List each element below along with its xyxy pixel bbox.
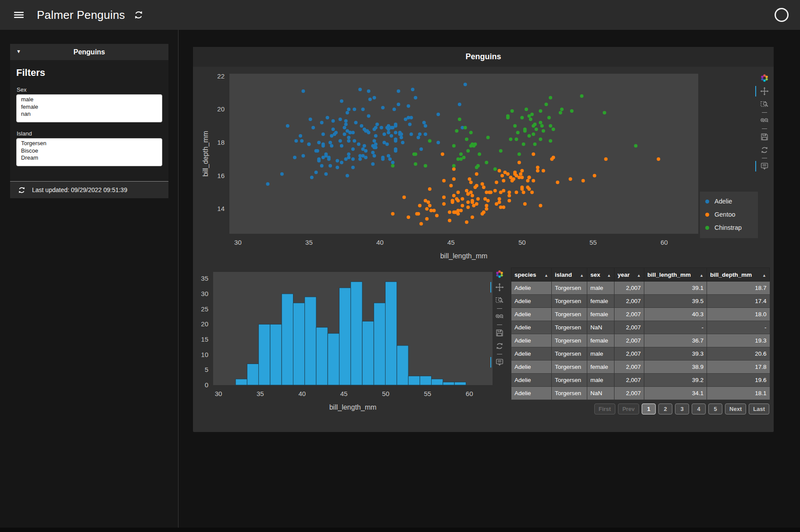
table-row[interactable]: AdelieTorgersenfemale2,00736.719.3 — [511, 334, 770, 347]
histogram-plot[interactable]: 0510152025303530354045505560bill_length_… — [193, 264, 509, 413]
box-zoom-icon[interactable] — [759, 99, 770, 110]
reset-axes-icon[interactable] — [759, 144, 770, 156]
sort-icon[interactable]: ▲ — [762, 273, 766, 278]
modebar-separator — [762, 112, 767, 113]
page-button-first: First — [594, 403, 615, 414]
user-circle-icon[interactable] — [775, 8, 789, 22]
table-cell: Torgersen — [552, 387, 587, 400]
svg-text:45: 45 — [340, 390, 348, 397]
sort-icon[interactable]: ▲ — [544, 273, 548, 278]
table-row[interactable]: AdelieTorgersenfemale2,00738.917.8 — [511, 361, 770, 374]
svg-text:bill_length_mm: bill_length_mm — [329, 403, 377, 411]
table-cell: 2,007 — [614, 308, 644, 321]
filter-option[interactable]: Biscoe — [18, 147, 162, 155]
sort-icon[interactable]: ▲ — [607, 273, 611, 278]
table-cell: 19.3 — [707, 334, 770, 347]
table-row[interactable]: AdelieTorgersenmale2,00739.219.6 — [511, 374, 770, 387]
refresh-data-icon[interactable] — [17, 186, 26, 195]
legend-item-gentoo[interactable]: Gentoo — [705, 208, 758, 221]
table-cell: 2,007 — [614, 321, 644, 334]
sort-icon[interactable]: ▲ — [580, 273, 584, 278]
table-row[interactable]: AdelieTorgersenfemale2,00740.318.0 — [511, 308, 770, 321]
modebar-separator — [762, 158, 767, 158]
save-plot-icon[interactable] — [759, 131, 770, 143]
legend-item-adelie[interactable]: Adelie — [705, 195, 758, 208]
page-button-1[interactable]: 1 — [642, 403, 656, 414]
table-cell: 36.7 — [644, 334, 707, 347]
box-zoom-icon[interactable] — [494, 295, 505, 306]
hover-tooltip-icon[interactable] — [494, 357, 505, 368]
table-cell: 40.3 — [644, 308, 707, 321]
hover-tooltip-icon[interactable] — [759, 161, 770, 172]
table-cell: NaN — [587, 321, 614, 334]
filter-option[interactable]: Torgersen — [18, 140, 162, 147]
save-plot-icon[interactable] — [494, 327, 505, 339]
island-filter-select[interactable]: TorgersenBiscoeDream — [16, 138, 162, 166]
table-cell: Adelie — [511, 295, 552, 308]
sort-icon[interactable]: ▲ — [637, 273, 641, 278]
column-header-sex[interactable]: sex▲ — [587, 268, 614, 282]
svg-text:35: 35 — [201, 275, 208, 282]
filter-option[interactable]: Dream — [18, 154, 162, 162]
refresh-icon[interactable] — [133, 9, 144, 21]
table-cell: Adelie — [511, 282, 552, 295]
page-button-last[interactable]: Last — [749, 403, 769, 414]
page-button-3[interactable]: 3 — [675, 403, 689, 414]
svg-text:22: 22 — [217, 72, 225, 80]
svg-text:25: 25 — [201, 305, 208, 313]
filter-option[interactable]: male — [18, 96, 162, 104]
table-cell: 39.5 — [644, 295, 707, 308]
filter-option[interactable]: female — [18, 104, 162, 111]
table-row[interactable]: AdelieTorgersenmale2,00739.320.6 — [511, 347, 770, 361]
table-cell: 2,007 — [614, 374, 644, 387]
table-pagination: FirstPrev12345NextLast — [511, 403, 769, 414]
table-cell: female — [587, 295, 614, 308]
sort-icon[interactable]: ▲ — [700, 273, 704, 278]
page-button-5[interactable]: 5 — [708, 403, 722, 414]
app-window: Palmer Penguins ▼ Penguins Filters Sex m… — [0, 0, 800, 532]
table-cell: 39.1 — [644, 282, 707, 295]
penguins-card: Penguins 141618202230354045505560bill_le… — [193, 47, 774, 432]
svg-text:40: 40 — [376, 239, 384, 246]
svg-text:35: 35 — [305, 239, 313, 246]
legend-dot — [705, 226, 709, 230]
panel-header[interactable]: ▼ Penguins — [10, 44, 168, 60]
panel-footer: Last updated: 09/29/2022 09:51:39 — [10, 181, 168, 198]
plotly-logo-icon[interactable] — [759, 72, 770, 84]
legend-item-chinstrap[interactable]: Chinstrap — [705, 221, 758, 234]
collapse-icon[interactable]: ▼ — [16, 49, 21, 54]
column-header-bill_depth_mm[interactable]: bill_depth_mm▲ — [707, 268, 770, 282]
filter-option[interactable]: nan — [18, 111, 162, 118]
table-row[interactable]: AdelieTorgersenNaN2,00734.118.1 — [511, 387, 770, 400]
table-cell: Adelie — [511, 321, 552, 334]
menu-icon[interactable] — [13, 10, 25, 20]
zoom-in-out-icon[interactable] — [759, 115, 770, 126]
table-row[interactable]: AdelieTorgersenmale2,00739.118.7 — [511, 282, 770, 295]
page-button-2[interactable]: 2 — [658, 403, 672, 414]
pan-icon[interactable] — [759, 86, 770, 97]
pan-icon[interactable] — [494, 282, 505, 293]
reset-axes-icon[interactable] — [494, 340, 505, 352]
column-header-bill_length_mm[interactable]: bill_length_mm▲ — [644, 268, 707, 282]
svg-text:55: 55 — [589, 239, 597, 246]
page-button-4[interactable]: 4 — [692, 403, 706, 414]
sex-filter-select[interactable]: malefemalenan — [16, 94, 162, 122]
table-cell: 2,007 — [614, 387, 644, 400]
table-row[interactable]: AdelieTorgersenNaN2,007-- — [511, 321, 770, 334]
column-header-island[interactable]: island▲ — [552, 268, 587, 282]
svg-text:bill_length_mm: bill_length_mm — [440, 252, 488, 260]
column-header-year[interactable]: year▲ — [614, 268, 644, 282]
table-row[interactable]: AdelieTorgersenfemale2,00739.517.4 — [511, 295, 770, 308]
table-cell: 19.6 — [707, 374, 770, 387]
column-header-species[interactable]: species▲ — [511, 268, 552, 282]
table-cell: 38.9 — [644, 361, 707, 374]
page-button-next[interactable]: Next — [725, 403, 746, 414]
zoom-in-out-icon[interactable] — [494, 311, 505, 322]
svg-text:30: 30 — [215, 390, 222, 397]
scatter-plot[interactable]: 141618202230354045505560bill_length_mmbi… — [202, 67, 768, 273]
table-cell: female — [587, 308, 614, 321]
plotly-logo-icon[interactable] — [494, 268, 505, 280]
table-cell: 2,007 — [614, 282, 644, 295]
svg-text:45: 45 — [447, 239, 455, 246]
svg-text:16: 16 — [217, 172, 225, 179]
